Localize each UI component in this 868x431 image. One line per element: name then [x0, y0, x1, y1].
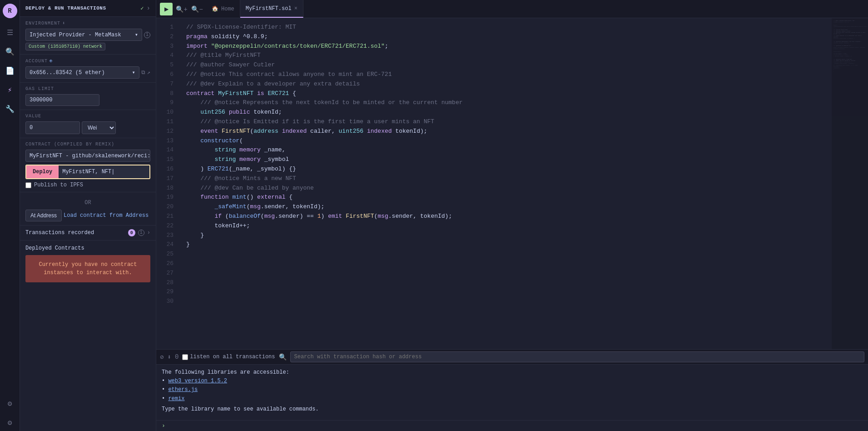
console-line-3: • ethers.js	[162, 386, 863, 394]
account-section: ACCOUNT ⊕ 0x656...83542 (5 ether) ▾ ⧉ ↗	[20, 55, 156, 83]
editor-area: ▶ 🔍+ 🔍− 🏠 Home MyFirstNFT.sol × 12345 67…	[156, 0, 868, 431]
remix-link[interactable]: remix	[168, 396, 184, 402]
transactions-info-icon[interactable]: i	[138, 230, 144, 236]
contract-section: CONTRACT (Compiled by Remix) MyFirstNFT …	[20, 138, 156, 192]
transactions-badge: 0	[128, 229, 135, 236]
account-input-row: 0x656...83542 (5 ether) ▾ ⧉ ↗	[25, 66, 150, 79]
deploy-row: Deploy	[25, 165, 150, 179]
contract-select[interactable]: MyFirstNFT - github/skalenework/reci: ▾	[25, 150, 150, 162]
sidebar-item-settings2[interactable]: ⚙	[2, 415, 18, 431]
environment-label: ENVIRONMENT ⬇	[25, 20, 150, 26]
search-icon[interactable]: 🔍	[279, 353, 287, 361]
sidebar-item-debug[interactable]: 🔧	[2, 101, 18, 117]
console-output: The following libraries are accessible: …	[156, 365, 868, 420]
console-count: 0	[175, 353, 179, 361]
gas-limit-section: GAS LIMIT	[20, 83, 156, 110]
console-prompt-input[interactable]	[167, 423, 863, 429]
value-section: VALUE Wei Gwei Finney Ether	[20, 110, 156, 138]
check-icon: ✓	[140, 5, 144, 12]
environment-section: ENVIRONMENT ⬇ Injected Provider - MetaMa…	[20, 17, 156, 55]
tab-close-icon[interactable]: ×	[294, 5, 298, 12]
copy-icon[interactable]: ⧉	[141, 70, 145, 76]
gas-limit-input[interactable]	[25, 94, 99, 106]
console-line-2: • web3 version 1.5.2	[162, 377, 863, 386]
zoom-in-button[interactable]: 🔍+	[175, 3, 188, 15]
home-icon: 🏠	[212, 5, 218, 12]
transactions-expand-icon[interactable]: ›	[147, 230, 150, 236]
code-editor[interactable]: // SPDX-License-Identifier: MIT pragma s…	[179, 18, 832, 349]
load-contract-label: Load contract from Address	[64, 210, 149, 221]
deployed-contracts-title: Deployed Contracts	[25, 245, 150, 251]
chevron-down-icon2: ▾	[132, 69, 135, 76]
icon-bar: R ☰ 🔍 📄 ⚡ 🔧 ⚙ ⚙	[0, 0, 20, 431]
environment-select[interactable]: Injected Provider - MetaMask ▾	[25, 29, 142, 41]
minimap: // SPDX-License-Identifier: MIT pragma s…	[832, 18, 868, 349]
console-line-1: The following libraries are accessible:	[162, 368, 863, 377]
no-contracts-message: Currently you have no contract instances…	[25, 255, 150, 282]
listen-label: listen on all transactions	[190, 354, 275, 360]
panel-header: DEPLOY & RUN TRANSACTIONS ✓ ›	[20, 0, 156, 17]
logo-icon: R	[3, 4, 17, 18]
sidebar-item-files[interactable]: 📄	[2, 63, 18, 79]
publish-ipfs-label: Publish to IPFS	[34, 182, 83, 188]
account-label: ACCOUNT ⊕	[25, 58, 150, 64]
gas-limit-label: GAS LIMIT	[25, 86, 150, 91]
environment-select-row: Injected Provider - MetaMask ▾ i	[25, 29, 150, 41]
value-row: Wei Gwei Finney Ether	[25, 121, 150, 134]
deploy-button[interactable]: Deploy	[26, 165, 59, 178]
at-address-row: At Address Load contract from Address	[25, 210, 150, 221]
network-badge: Custom (1351057110) network	[25, 43, 105, 50]
run-button[interactable]: ▶	[160, 3, 173, 15]
contract-label: CONTRACT (Compiled by Remix)	[25, 142, 150, 147]
or-divider: OR	[25, 200, 150, 206]
network-dropdown-icon: ⬇	[62, 20, 65, 26]
listen-checkbox-row: listen on all transactions	[182, 354, 275, 360]
deploy-panel: DEPLOY & RUN TRANSACTIONS ✓ › ENVIRONMEN…	[20, 0, 156, 431]
account-plus-icon[interactable]: ⊕	[50, 58, 53, 64]
external-link-icon[interactable]: ↗	[147, 69, 150, 76]
console-clear-icon[interactable]: ⊘	[160, 353, 164, 361]
console-line-4: • remix	[162, 395, 863, 403]
deploy-contract-input[interactable]	[59, 165, 149, 178]
top-toolbar: ▶ 🔍+ 🔍− 🏠 Home MyFirstNFT.sol ×	[156, 0, 868, 18]
unit-select[interactable]: Wei Gwei Finney Ether	[82, 121, 116, 134]
ethersjs-link[interactable]: ethers.js	[168, 386, 198, 393]
sidebar-item-search[interactable]: 🔍	[2, 44, 18, 60]
line-numbers: 12345 678910 1112131415 1617181920 21222…	[156, 18, 179, 349]
listen-checkbox[interactable]	[182, 354, 188, 360]
deployed-contracts-section: Deployed Contracts Currently you have no…	[20, 241, 156, 287]
value-input[interactable]	[25, 121, 80, 134]
transactions-header: Transactions recorded 0 i ›	[20, 226, 156, 241]
publish-ipfs-row: Publish to IPFS	[25, 182, 150, 188]
editor-container: 12345 678910 1112131415 1617181920 21222…	[156, 18, 868, 349]
sidebar-item-menu[interactable]: ☰	[2, 25, 18, 41]
environment-info-icon[interactable]: i	[144, 32, 150, 38]
at-address-section: OR At Address Load contract from Address	[20, 192, 156, 226]
tab-myfirstnft[interactable]: MyFirstNFT.sol ×	[240, 0, 303, 18]
prompt-arrow: ›	[162, 422, 165, 429]
chevron-down-icon: ▾	[135, 31, 138, 38]
tab-home-label: Home	[221, 6, 234, 12]
at-address-button[interactable]: At Address	[25, 210, 62, 221]
transactions-title: Transactions recorded	[25, 230, 125, 236]
search-hash-input[interactable]	[290, 351, 864, 362]
value-label: VALUE	[25, 114, 150, 119]
sidebar-item-settings-bottom[interactable]: ⚙	[2, 396, 18, 412]
console-area: ⊘ ⬇ 0 listen on all transactions 🔍 The f…	[156, 349, 868, 431]
console-prompt-row: ›	[156, 420, 868, 431]
console-type-hint: Type the library name to see available c…	[162, 405, 863, 414]
account-select[interactable]: 0x656...83542 (5 ether) ▾	[25, 66, 139, 79]
tab-bar: 🏠 Home MyFirstNFT.sol ×	[206, 0, 864, 18]
console-toolbar: ⊘ ⬇ 0 listen on all transactions 🔍	[156, 350, 868, 365]
tab-home[interactable]: 🏠 Home	[206, 0, 240, 18]
zoom-out-button[interactable]: 🔍−	[191, 3, 203, 15]
sidebar-item-deploy[interactable]: ⚡	[2, 82, 18, 98]
publish-ipfs-checkbox[interactable]	[25, 182, 31, 188]
console-arrow-down-icon[interactable]: ⬇	[167, 353, 171, 361]
panel-title: DEPLOY & RUN TRANSACTIONS	[25, 5, 138, 11]
expand-icon[interactable]: ›	[147, 5, 150, 12]
tab-file-label: MyFirstNFT.sol	[246, 5, 292, 12]
web3-link[interactable]: web3 version 1.5.2	[168, 378, 227, 384]
